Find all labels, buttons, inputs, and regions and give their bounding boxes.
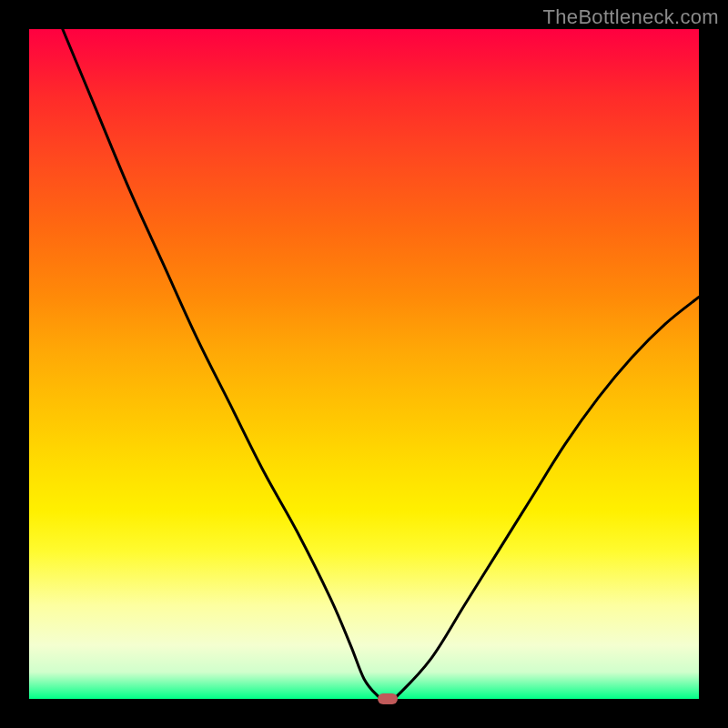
curve-svg — [29, 29, 699, 699]
attribution-label: TheBottleneck.com — [543, 5, 719, 29]
plot-area — [29, 29, 699, 699]
bottleneck-curve — [63, 29, 699, 699]
chart-frame: TheBottleneck.com — [0, 0, 728, 728]
optimal-point-marker — [378, 693, 398, 704]
